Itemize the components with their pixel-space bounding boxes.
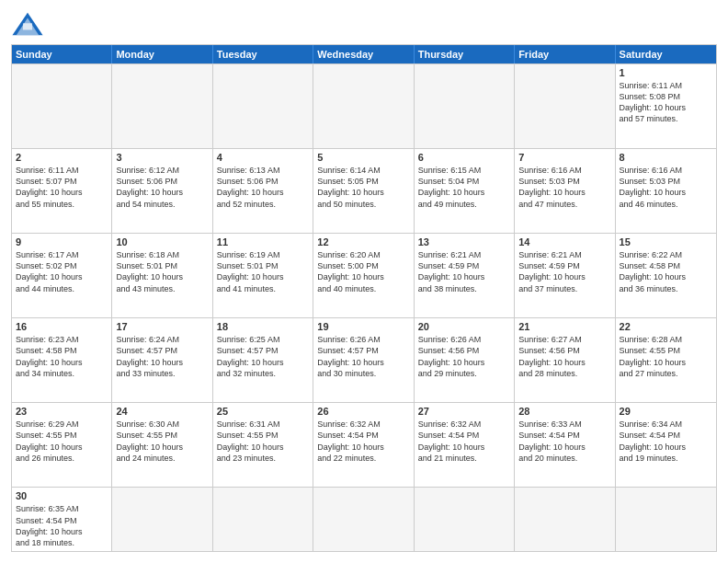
day-number: 27 (418, 406, 510, 417)
calendar-day-30: 30Sunrise: 6:35 AM Sunset: 4:54 PM Dayli… (12, 488, 112, 551)
calendar-day-7: 7Sunrise: 6:16 AM Sunset: 5:03 PM Daylig… (515, 149, 615, 233)
header (11, 11, 717, 37)
calendar-day-12: 12Sunrise: 6:20 AM Sunset: 5:00 PM Dayli… (313, 234, 414, 317)
calendar-day-1: 1Sunrise: 6:11 AM Sunset: 5:08 PM Daylig… (616, 64, 716, 148)
day-info: Sunrise: 6:14 AM Sunset: 5:05 PM Dayligh… (317, 165, 409, 210)
day-info: Sunrise: 6:32 AM Sunset: 4:54 PM Dayligh… (418, 419, 510, 464)
day-info: Sunrise: 6:28 AM Sunset: 4:55 PM Dayligh… (620, 334, 712, 379)
calendar-day-11: 11Sunrise: 6:19 AM Sunset: 5:01 PM Dayli… (213, 234, 313, 317)
day-info: Sunrise: 6:34 AM Sunset: 4:54 PM Dayligh… (620, 419, 712, 464)
day-number: 9 (16, 236, 108, 247)
day-info: Sunrise: 6:16 AM Sunset: 5:03 PM Dayligh… (620, 165, 712, 210)
logo (11, 11, 48, 37)
day-number: 23 (16, 406, 108, 417)
day-number: 30 (16, 490, 108, 501)
day-number: 10 (116, 236, 208, 247)
calendar-day-18: 18Sunrise: 6:25 AM Sunset: 4:57 PM Dayli… (213, 318, 313, 402)
day-number: 3 (116, 152, 208, 163)
calendar-cell-empty (112, 488, 212, 551)
day-number: 5 (317, 152, 409, 163)
day-info: Sunrise: 6:21 AM Sunset: 4:59 PM Dayligh… (518, 249, 610, 294)
calendar-day-9: 9Sunrise: 6:17 AM Sunset: 5:02 PM Daylig… (12, 234, 112, 317)
day-info: Sunrise: 6:22 AM Sunset: 4:58 PM Dayligh… (620, 249, 712, 294)
day-number: 21 (518, 321, 610, 332)
day-info: Sunrise: 6:31 AM Sunset: 4:55 PM Dayligh… (217, 419, 309, 464)
day-number: 28 (518, 406, 610, 417)
day-number: 20 (418, 321, 510, 332)
calendar-day-14: 14Sunrise: 6:21 AM Sunset: 4:59 PM Dayli… (515, 234, 615, 317)
calendar-day-6: 6Sunrise: 6:15 AM Sunset: 5:04 PM Daylig… (415, 149, 515, 233)
day-number: 25 (217, 406, 309, 417)
calendar-day-22: 22Sunrise: 6:28 AM Sunset: 4:55 PM Dayli… (616, 318, 716, 402)
day-info: Sunrise: 6:11 AM Sunset: 5:07 PM Dayligh… (16, 165, 108, 210)
day-number: 29 (620, 406, 712, 417)
weekday-header-wednesday: Wednesday (313, 45, 414, 63)
calendar-day-23: 23Sunrise: 6:29 AM Sunset: 4:55 PM Dayli… (12, 403, 112, 487)
day-info: Sunrise: 6:27 AM Sunset: 4:56 PM Dayligh… (518, 334, 610, 379)
calendar-row-2: 9Sunrise: 6:17 AM Sunset: 5:02 PM Daylig… (12, 233, 716, 317)
day-number: 12 (317, 236, 409, 247)
calendar-day-19: 19Sunrise: 6:26 AM Sunset: 4:57 PM Dayli… (313, 318, 414, 402)
svg-rect-2 (23, 23, 32, 29)
day-info: Sunrise: 6:23 AM Sunset: 4:58 PM Dayligh… (16, 334, 108, 379)
calendar-cell-empty (112, 64, 212, 148)
day-info: Sunrise: 6:15 AM Sunset: 5:04 PM Dayligh… (418, 165, 510, 210)
logo-icon (11, 11, 44, 37)
calendar-day-16: 16Sunrise: 6:23 AM Sunset: 4:58 PM Dayli… (12, 318, 112, 402)
calendar-day-25: 25Sunrise: 6:31 AM Sunset: 4:55 PM Dayli… (213, 403, 313, 487)
day-info: Sunrise: 6:25 AM Sunset: 4:57 PM Dayligh… (217, 334, 309, 379)
day-info: Sunrise: 6:29 AM Sunset: 4:55 PM Dayligh… (16, 419, 108, 464)
calendar-row-3: 16Sunrise: 6:23 AM Sunset: 4:58 PM Dayli… (12, 317, 716, 402)
weekday-header-monday: Monday (112, 45, 212, 63)
day-info: Sunrise: 6:17 AM Sunset: 5:02 PM Dayligh… (16, 249, 108, 294)
calendar-day-28: 28Sunrise: 6:33 AM Sunset: 4:54 PM Dayli… (515, 403, 615, 487)
calendar-day-26: 26Sunrise: 6:32 AM Sunset: 4:54 PM Dayli… (313, 403, 414, 487)
calendar-row-4: 23Sunrise: 6:29 AM Sunset: 4:55 PM Dayli… (12, 402, 716, 487)
day-number: 17 (116, 321, 208, 332)
page: SundayMondayTuesdayWednesdayThursdayFrid… (0, 0, 728, 563)
calendar-day-24: 24Sunrise: 6:30 AM Sunset: 4:55 PM Dayli… (112, 403, 212, 487)
day-number: 11 (217, 236, 309, 247)
calendar-day-5: 5Sunrise: 6:14 AM Sunset: 5:05 PM Daylig… (313, 149, 414, 233)
calendar-row-1: 2Sunrise: 6:11 AM Sunset: 5:07 PM Daylig… (12, 148, 716, 233)
calendar-cell-empty (515, 64, 615, 148)
day-info: Sunrise: 6:19 AM Sunset: 5:01 PM Dayligh… (217, 249, 309, 294)
calendar-cell-empty (515, 488, 615, 551)
calendar-day-4: 4Sunrise: 6:13 AM Sunset: 5:06 PM Daylig… (213, 149, 313, 233)
day-number: 18 (217, 321, 309, 332)
calendar-cell-empty (616, 488, 716, 551)
day-number: 4 (217, 152, 309, 163)
day-number: 1 (620, 67, 712, 78)
day-info: Sunrise: 6:16 AM Sunset: 5:03 PM Dayligh… (518, 165, 610, 210)
day-info: Sunrise: 6:21 AM Sunset: 4:59 PM Dayligh… (418, 249, 510, 294)
day-number: 13 (418, 236, 510, 247)
day-number: 16 (16, 321, 108, 332)
day-info: Sunrise: 6:26 AM Sunset: 4:56 PM Dayligh… (418, 334, 510, 379)
weekday-header-friday: Friday (515, 45, 615, 63)
day-number: 26 (317, 406, 409, 417)
calendar-cell-empty (213, 64, 313, 148)
calendar-day-29: 29Sunrise: 6:34 AM Sunset: 4:54 PM Dayli… (616, 403, 716, 487)
day-number: 7 (518, 152, 610, 163)
day-info: Sunrise: 6:32 AM Sunset: 4:54 PM Dayligh… (317, 419, 409, 464)
day-info: Sunrise: 6:33 AM Sunset: 4:54 PM Dayligh… (518, 419, 610, 464)
day-number: 14 (518, 236, 610, 247)
day-info: Sunrise: 6:20 AM Sunset: 5:00 PM Dayligh… (317, 249, 409, 294)
calendar-day-13: 13Sunrise: 6:21 AM Sunset: 4:59 PM Dayli… (415, 234, 515, 317)
day-info: Sunrise: 6:24 AM Sunset: 4:57 PM Dayligh… (116, 334, 208, 379)
calendar-day-21: 21Sunrise: 6:27 AM Sunset: 4:56 PM Dayli… (515, 318, 615, 402)
calendar-cell-empty (12, 64, 112, 148)
calendar-day-2: 2Sunrise: 6:11 AM Sunset: 5:07 PM Daylig… (12, 149, 112, 233)
day-number: 22 (620, 321, 712, 332)
calendar-day-27: 27Sunrise: 6:32 AM Sunset: 4:54 PM Dayli… (415, 403, 515, 487)
calendar-cell-empty (213, 488, 313, 551)
day-info: Sunrise: 6:35 AM Sunset: 4:54 PM Dayligh… (16, 503, 108, 548)
weekday-header-saturday: Saturday (616, 45, 716, 63)
calendar-header: SundayMondayTuesdayWednesdayThursdayFrid… (12, 45, 716, 63)
calendar-cell-empty (415, 488, 515, 551)
calendar-day-20: 20Sunrise: 6:26 AM Sunset: 4:56 PM Dayli… (415, 318, 515, 402)
calendar-day-15: 15Sunrise: 6:22 AM Sunset: 4:58 PM Dayli… (616, 234, 716, 317)
calendar-body: 1Sunrise: 6:11 AM Sunset: 5:08 PM Daylig… (12, 63, 716, 551)
day-number: 8 (620, 152, 712, 163)
day-number: 6 (418, 152, 510, 163)
